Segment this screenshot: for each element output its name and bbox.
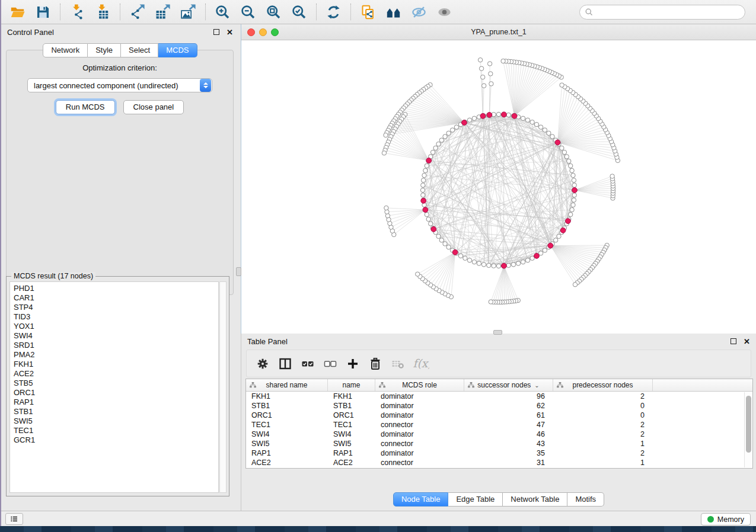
list-icon (9, 514, 20, 524)
tab-motifs[interactable]: Motifs (567, 492, 604, 507)
mcds-list-scrollbar[interactable] (219, 281, 227, 493)
table-row[interactable]: ORC1ORC1dominator610 (246, 411, 752, 420)
mcds-result-item[interactable]: STB5 (14, 379, 218, 388)
table-row[interactable]: SWI4SWI4dominator462 (246, 430, 752, 439)
search-input[interactable] (596, 8, 740, 17)
mcds-result-item[interactable]: GCR1 (14, 435, 218, 445)
table-cell: 47 (464, 421, 553, 429)
export-image-icon[interactable] (176, 1, 201, 23)
row-details-button[interactable] (5, 513, 23, 525)
delete-table-disabled-icon[interactable] (387, 353, 409, 374)
table-row[interactable]: YOX1YOX1connector291 (246, 467, 752, 469)
columns-icon[interactable] (274, 353, 296, 374)
mapped-column-icon (379, 382, 385, 390)
table-row[interactable]: STB1STB1dominator620 (246, 401, 752, 411)
tab-network[interactable]: Network (43, 43, 88, 57)
zoom-selected-icon[interactable] (286, 1, 312, 23)
optimization-criterion-select[interactable]: largest connected component (undirected) (27, 78, 212, 92)
mapped-column-icon (250, 382, 256, 390)
horizontal-splitter-grip[interactable] (493, 330, 502, 335)
table-cell: dominator (375, 411, 464, 419)
mcds-result-item[interactable]: YOX1 (14, 322, 218, 331)
refresh-icon[interactable] (321, 1, 346, 23)
table-cell: 43 (464, 440, 553, 448)
table-row[interactable]: SWI5SWI5connector431 (246, 439, 752, 448)
function-builder-icon[interactable]: f(x) (409, 353, 432, 374)
mcds-result-item[interactable]: CAR1 (14, 293, 218, 303)
tab-network-table[interactable]: Network Table (503, 492, 567, 507)
tab-style[interactable]: Style (88, 43, 121, 57)
share-document-icon[interactable] (355, 1, 381, 23)
table-panel-title: Table Panel (247, 337, 288, 346)
add-column-icon[interactable] (342, 353, 364, 374)
mcds-result-item[interactable]: TEC1 (14, 426, 218, 435)
export-network-icon[interactable] (125, 1, 150, 23)
table-row[interactable]: TEC1TEC1connector472 (246, 420, 752, 430)
close-panel-button[interactable]: Close panel (123, 100, 184, 114)
memory-button[interactable]: Memory (701, 513, 751, 525)
tab-node-table[interactable]: Node Table (393, 492, 449, 507)
mcds-result-item[interactable]: FKH1 (14, 360, 218, 369)
vertical-splitter-grip[interactable] (236, 267, 241, 276)
svg-text:f(x): f(x) (413, 357, 430, 370)
tab-edge-table[interactable]: Edge Table (448, 492, 503, 507)
mcds-result-item[interactable]: SRD1 (14, 341, 218, 350)
column-header-successor-nodes[interactable]: successor nodes⌄ (464, 379, 553, 391)
sort-chevron-icon: ⌄ (534, 382, 539, 389)
binoculars-icon[interactable] (381, 1, 406, 23)
mcds-result-list[interactable]: PHD1CAR1STP4TID3YOX1SWI4SRD1PMA2FKH1ACE2… (9, 281, 219, 493)
network-graph-canvas[interactable] (241, 40, 756, 334)
table-scrollbar-thumb[interactable] (746, 396, 751, 453)
table-row[interactable]: RAP1RAP1dominator352 (246, 448, 752, 458)
table-cell: TEC1 (328, 421, 375, 429)
eye-icon[interactable] (432, 1, 457, 23)
table-cell: connector (375, 468, 464, 469)
table-cell: dominator (375, 449, 464, 457)
hide-details-icon[interactable] (406, 1, 432, 23)
export-table-icon[interactable] (150, 1, 176, 23)
table-row[interactable]: FKH1FKH1dominator962 (246, 392, 752, 401)
mcds-result-item[interactable]: PHD1 (14, 284, 218, 293)
mcds-result-item[interactable]: PMA2 (14, 350, 218, 360)
mcds-result-item[interactable]: ORC1 (14, 388, 218, 398)
status-bar: Memory (0, 511, 756, 526)
settings-gear-icon[interactable] (251, 353, 274, 374)
run-mcds-button[interactable]: Run MCDS (56, 100, 115, 114)
table-cell: dominator (375, 430, 464, 438)
search-box[interactable] (579, 5, 745, 20)
delete-column-icon[interactable] (364, 353, 387, 374)
table-cell: 2 (553, 449, 653, 457)
mcds-result-item[interactable]: STB1 (14, 407, 218, 416)
zoom-in-icon[interactable] (210, 1, 235, 23)
table-scrollbar[interactable] (744, 392, 752, 467)
save-icon[interactable] (30, 1, 56, 23)
zoom-fit-icon[interactable] (261, 1, 286, 23)
column-header-name[interactable]: name (328, 379, 375, 391)
import-network-icon[interactable] (65, 1, 90, 23)
open-folder-icon[interactable] (5, 1, 30, 23)
column-header-predecessor-nodes[interactable]: predecessor nodes (553, 379, 653, 391)
mcds-result-item[interactable]: SWI5 (14, 416, 218, 426)
select-all-icon[interactable] (296, 353, 319, 374)
mcds-result-item[interactable]: TID3 (14, 312, 218, 322)
table-cell: 1 (553, 459, 653, 467)
mcds-result-item[interactable]: RAP1 (14, 398, 218, 407)
close-panel-icon[interactable]: ✕ (227, 28, 233, 36)
tab-mcds[interactable]: MCDS (158, 43, 197, 57)
table-cell: SWI5 (246, 440, 328, 448)
tab-select[interactable]: Select (121, 43, 158, 57)
table-cell: ORC1 (328, 411, 375, 419)
deselect-all-icon[interactable] (319, 353, 342, 374)
float-table-panel-icon[interactable] (731, 338, 736, 344)
table-cell: YOX1 (328, 468, 375, 469)
column-header-shared-name[interactable]: shared name (246, 379, 328, 391)
column-header-MCDS-role[interactable]: MCDS role (375, 379, 464, 391)
mcds-result-item[interactable]: STP4 (14, 303, 218, 312)
close-table-panel-icon[interactable]: ✕ (744, 338, 750, 345)
mcds-result-item[interactable]: SWI4 (14, 331, 218, 341)
float-panel-icon[interactable] (213, 29, 219, 35)
mcds-result-item[interactable]: ACE2 (14, 369, 218, 379)
zoom-out-icon[interactable] (235, 1, 261, 23)
import-table-icon[interactable] (90, 1, 116, 23)
table-row[interactable]: ACE2ACE2connector311 (246, 458, 752, 467)
